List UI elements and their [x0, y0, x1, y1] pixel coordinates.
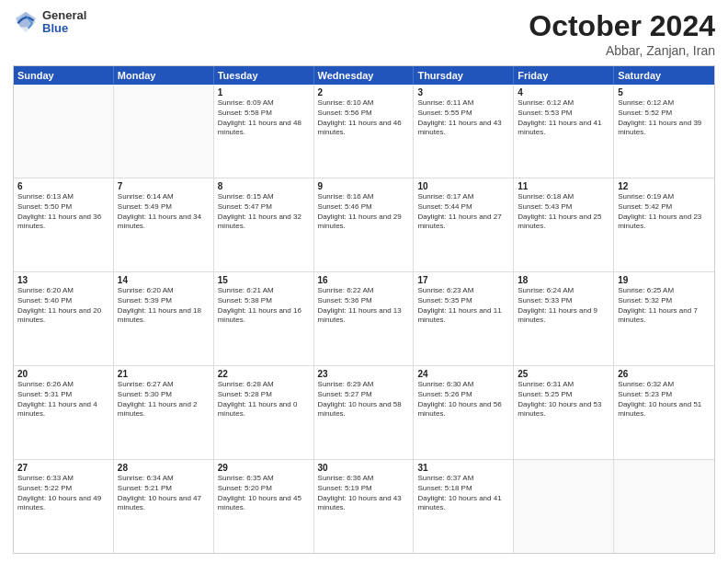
- day-info: Sunrise: 6:20 AM Sunset: 5:40 PM Dayligh…: [17, 286, 109, 326]
- calendar-cell: 26Sunrise: 6:32 AM Sunset: 5:23 PM Dayli…: [614, 366, 714, 459]
- day-info: Sunrise: 6:26 AM Sunset: 5:31 PM Dayligh…: [17, 380, 109, 419]
- calendar-cell: 30Sunrise: 6:36 AM Sunset: 5:19 PM Dayli…: [314, 460, 415, 553]
- day-number: 6: [17, 181, 109, 191]
- calendar-cell: 14Sunrise: 6:20 AM Sunset: 5:39 PM Dayli…: [114, 272, 214, 365]
- title-location: Abbar, Zanjan, Iran: [529, 43, 715, 58]
- day-number: 3: [417, 87, 509, 98]
- day-info: Sunrise: 6:19 AM Sunset: 5:42 PM Dayligh…: [618, 192, 711, 232]
- header-day-wednesday: Wednesday: [314, 66, 415, 85]
- logo-text: General Blue: [42, 9, 86, 36]
- day-info: Sunrise: 6:12 AM Sunset: 5:53 PM Dayligh…: [518, 98, 609, 138]
- day-number: 19: [618, 275, 711, 285]
- calendar-row-1: 6Sunrise: 6:13 AM Sunset: 5:50 PM Daylig…: [14, 178, 714, 271]
- day-info: Sunrise: 6:24 AM Sunset: 5:33 PM Dayligh…: [518, 286, 609, 326]
- calendar-cell: 16Sunrise: 6:22 AM Sunset: 5:36 PM Dayli…: [314, 272, 415, 365]
- day-info: Sunrise: 6:22 AM Sunset: 5:36 PM Dayligh…: [318, 286, 410, 326]
- day-number: 20: [17, 369, 109, 379]
- calendar-cell: 28Sunrise: 6:34 AM Sunset: 5:21 PM Dayli…: [114, 460, 214, 553]
- header-day-monday: Monday: [114, 66, 214, 85]
- calendar-cell: [14, 85, 114, 178]
- header-day-friday: Friday: [514, 66, 614, 85]
- day-number: 7: [118, 181, 210, 191]
- day-info: Sunrise: 6:27 AM Sunset: 5:30 PM Dayligh…: [118, 380, 210, 419]
- day-number: 5: [618, 87, 711, 98]
- day-number: 1: [218, 87, 310, 98]
- day-number: 2: [318, 87, 410, 98]
- day-info: Sunrise: 6:14 AM Sunset: 5:49 PM Dayligh…: [118, 192, 210, 232]
- logo-general: General: [42, 9, 86, 22]
- calendar-cell: 3Sunrise: 6:11 AM Sunset: 5:55 PM Daylig…: [414, 85, 514, 178]
- calendar-cell: [614, 460, 714, 553]
- day-number: 16: [318, 275, 410, 285]
- calendar-cell: 29Sunrise: 6:35 AM Sunset: 5:20 PM Dayli…: [214, 460, 314, 553]
- day-info: Sunrise: 6:37 AM Sunset: 5:18 PM Dayligh…: [417, 474, 509, 513]
- day-info: Sunrise: 6:36 AM Sunset: 5:19 PM Dayligh…: [318, 474, 410, 513]
- calendar-cell: 13Sunrise: 6:20 AM Sunset: 5:40 PM Dayli…: [14, 272, 114, 365]
- calendar-row-3: 20Sunrise: 6:26 AM Sunset: 5:31 PM Dayli…: [14, 365, 714, 459]
- day-number: 14: [118, 275, 210, 285]
- day-number: 13: [17, 275, 109, 285]
- day-number: 12: [618, 181, 711, 191]
- calendar-cell: 7Sunrise: 6:14 AM Sunset: 5:49 PM Daylig…: [114, 178, 214, 271]
- header-day-tuesday: Tuesday: [214, 66, 314, 85]
- calendar-cell: 23Sunrise: 6:29 AM Sunset: 5:27 PM Dayli…: [314, 366, 415, 459]
- calendar-cell: 2Sunrise: 6:10 AM Sunset: 5:56 PM Daylig…: [314, 85, 415, 178]
- day-number: 28: [118, 463, 210, 473]
- day-info: Sunrise: 6:21 AM Sunset: 5:38 PM Dayligh…: [218, 286, 310, 326]
- day-info: Sunrise: 6:31 AM Sunset: 5:25 PM Dayligh…: [518, 380, 609, 419]
- day-info: Sunrise: 6:11 AM Sunset: 5:55 PM Dayligh…: [417, 98, 509, 138]
- day-number: 10: [417, 181, 509, 191]
- header-day-thursday: Thursday: [414, 66, 514, 85]
- header-day-saturday: Saturday: [614, 66, 714, 85]
- day-info: Sunrise: 6:35 AM Sunset: 5:20 PM Dayligh…: [218, 474, 310, 513]
- day-number: 24: [417, 369, 509, 379]
- calendar-cell: 24Sunrise: 6:30 AM Sunset: 5:26 PM Dayli…: [414, 366, 514, 459]
- calendar-cell: 10Sunrise: 6:17 AM Sunset: 5:44 PM Dayli…: [414, 178, 514, 271]
- calendar-row-0: 1Sunrise: 6:09 AM Sunset: 5:58 PM Daylig…: [14, 85, 714, 178]
- day-info: Sunrise: 6:32 AM Sunset: 5:23 PM Dayligh…: [618, 380, 711, 419]
- calendar-cell: 31Sunrise: 6:37 AM Sunset: 5:18 PM Dayli…: [414, 460, 514, 553]
- day-info: Sunrise: 6:15 AM Sunset: 5:47 PM Dayligh…: [218, 192, 310, 232]
- day-number: 30: [318, 463, 410, 473]
- calendar-cell: 19Sunrise: 6:25 AM Sunset: 5:32 PM Dayli…: [614, 272, 714, 365]
- logo-icon: [13, 9, 39, 35]
- calendar-cell: 22Sunrise: 6:28 AM Sunset: 5:28 PM Dayli…: [214, 366, 314, 459]
- calendar-cell: 9Sunrise: 6:16 AM Sunset: 5:46 PM Daylig…: [314, 178, 415, 271]
- calendar-cell: 6Sunrise: 6:13 AM Sunset: 5:50 PM Daylig…: [14, 178, 114, 271]
- calendar-cell: 20Sunrise: 6:26 AM Sunset: 5:31 PM Dayli…: [14, 366, 114, 459]
- day-info: Sunrise: 6:23 AM Sunset: 5:35 PM Dayligh…: [417, 286, 509, 326]
- day-info: Sunrise: 6:10 AM Sunset: 5:56 PM Dayligh…: [318, 98, 410, 138]
- day-number: 23: [318, 369, 410, 379]
- day-info: Sunrise: 6:20 AM Sunset: 5:39 PM Dayligh…: [118, 286, 210, 326]
- calendar-cell: 8Sunrise: 6:15 AM Sunset: 5:47 PM Daylig…: [214, 178, 314, 271]
- calendar-cell: 12Sunrise: 6:19 AM Sunset: 5:42 PM Dayli…: [614, 178, 714, 271]
- day-number: 4: [518, 87, 609, 98]
- day-number: 26: [618, 369, 711, 379]
- day-number: 27: [17, 463, 109, 473]
- calendar-cell: 27Sunrise: 6:33 AM Sunset: 5:22 PM Dayli…: [14, 460, 114, 553]
- calendar-cell: 5Sunrise: 6:12 AM Sunset: 5:52 PM Daylig…: [614, 85, 714, 178]
- calendar-body: 1Sunrise: 6:09 AM Sunset: 5:58 PM Daylig…: [14, 85, 714, 553]
- day-number: 15: [218, 275, 310, 285]
- title-block: October 2024 Abbar, Zanjan, Iran: [529, 9, 715, 58]
- day-number: 9: [318, 181, 410, 191]
- calendar-cell: 4Sunrise: 6:12 AM Sunset: 5:53 PM Daylig…: [514, 85, 614, 178]
- header-day-sunday: Sunday: [14, 66, 114, 85]
- calendar-header: SundayMondayTuesdayWednesdayThursdayFrid…: [14, 66, 714, 85]
- day-number: 22: [218, 369, 310, 379]
- calendar-cell: 15Sunrise: 6:21 AM Sunset: 5:38 PM Dayli…: [214, 272, 314, 365]
- title-month: October 2024: [529, 9, 715, 43]
- day-info: Sunrise: 6:25 AM Sunset: 5:32 PM Dayligh…: [618, 286, 711, 326]
- calendar: SundayMondayTuesdayWednesdayThursdayFrid…: [13, 65, 715, 554]
- page: General Blue October 2024 Abbar, Zanjan,…: [0, 0, 728, 563]
- calendar-cell: 25Sunrise: 6:31 AM Sunset: 5:25 PM Dayli…: [514, 366, 614, 459]
- day-info: Sunrise: 6:34 AM Sunset: 5:21 PM Dayligh…: [118, 474, 210, 513]
- calendar-row-4: 27Sunrise: 6:33 AM Sunset: 5:22 PM Dayli…: [14, 459, 714, 553]
- day-info: Sunrise: 6:13 AM Sunset: 5:50 PM Dayligh…: [17, 192, 109, 232]
- day-info: Sunrise: 6:12 AM Sunset: 5:52 PM Dayligh…: [618, 98, 711, 138]
- day-number: 31: [417, 463, 509, 473]
- day-info: Sunrise: 6:29 AM Sunset: 5:27 PM Dayligh…: [318, 380, 410, 419]
- calendar-cell: [114, 85, 214, 178]
- day-info: Sunrise: 6:09 AM Sunset: 5:58 PM Dayligh…: [218, 98, 310, 138]
- logo-blue: Blue: [42, 22, 86, 35]
